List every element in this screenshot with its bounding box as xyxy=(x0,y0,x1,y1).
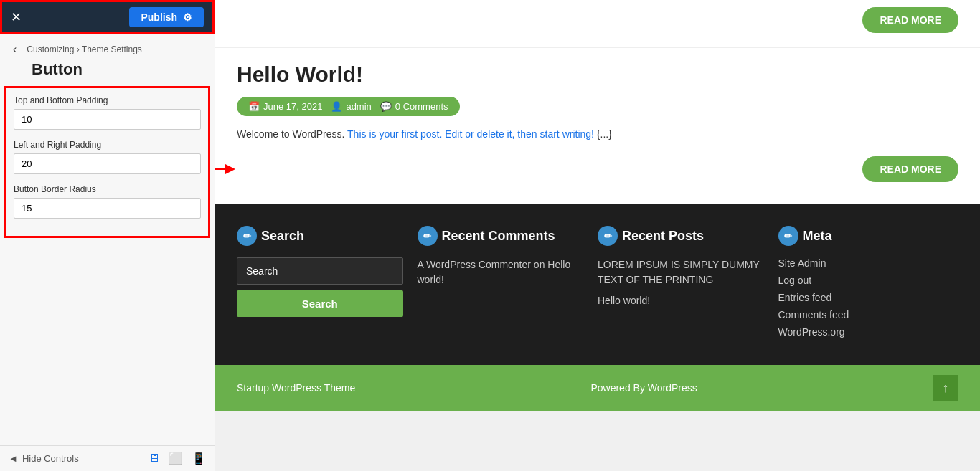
back-to-top-button[interactable]: ↑ xyxy=(933,375,958,401)
footer-search-title: ✏ Search xyxy=(237,226,403,246)
post-excerpt: Welcome to WordPress. This is your first… xyxy=(237,126,958,142)
edit-comments-icon[interactable]: ✏ xyxy=(418,226,438,246)
hide-controls-icon: ◄ xyxy=(9,453,18,464)
footer-meta-col: ✏ Meta Site Admin Log out Entries feed C… xyxy=(778,226,959,343)
device-icons: 🖥 ⬜ 📱 xyxy=(149,452,206,465)
post-link[interactable]: This is your first post. Edit or delete … xyxy=(347,128,594,140)
footer-meta-title: ✏ Meta xyxy=(778,226,945,246)
tablet-icon[interactable]: ⬜ xyxy=(169,452,183,465)
post-card: Hello World! 📅 June 17, 2021 👤 admin 💬 0… xyxy=(215,48,980,204)
top-bar: ✕ Publish ⚙ xyxy=(0,0,215,34)
footer-search-input[interactable] xyxy=(237,257,403,285)
customizer-panel: ✕ Publish ⚙ ‹ Customizing › Theme Settin… xyxy=(0,0,215,471)
hide-controls-btn[interactable]: ◄ Hide Controls xyxy=(9,453,79,464)
controls-area: Top and Bottom Padding Left and Right Pa… xyxy=(4,86,210,238)
footer-right-text: Powered By WordPress xyxy=(590,382,697,394)
footer-posts-title: ✏ Recent Posts xyxy=(598,226,764,246)
meta-wordpress-org[interactable]: WordPress.org xyxy=(778,326,945,338)
post-title: Hello World! xyxy=(237,62,958,87)
right-content: READ MORE Hello World! 📅 June 17, 2021 👤… xyxy=(215,0,980,471)
nav-bar: ‹ Customizing › Theme Settings xyxy=(0,34,215,60)
meta-entries-feed[interactable]: Entries feed xyxy=(778,292,945,303)
bottom-bar: ◄ Hide Controls 🖥 ⬜ 📱 xyxy=(0,445,215,471)
footer-post-entry-1: LOREM IPSUM IS SIMPLY DUMMY TEXT OF THE … xyxy=(598,257,764,287)
page-title: Button xyxy=(0,60,215,86)
post-author: 👤 admin xyxy=(331,101,371,112)
post-date: 📅 June 17, 2021 xyxy=(248,101,322,112)
publish-button[interactable]: Publish ⚙ xyxy=(129,7,204,27)
border-radius-input[interactable] xyxy=(14,198,201,219)
gear-icon: ⚙ xyxy=(183,11,192,23)
top-bottom-padding-input[interactable] xyxy=(14,109,201,130)
footer-left-text: Startup WordPress Theme xyxy=(237,382,355,394)
footer-post-entry-2: Hello world! xyxy=(598,293,764,308)
left-right-padding-label: Left and Right Padding xyxy=(14,140,201,150)
left-right-padding-group: Left and Right Padding xyxy=(14,140,201,174)
publish-label: Publish xyxy=(141,11,177,23)
border-radius-label: Button Border Radius xyxy=(14,184,201,194)
edit-meta-icon[interactable]: ✏ xyxy=(778,226,798,246)
footer: ✏ Search Search ✏ Recent Comments A Word… xyxy=(215,204,980,365)
footer-comments-title: ✏ Recent Comments xyxy=(418,226,584,246)
meta-site-admin[interactable]: Site Admin xyxy=(778,257,945,269)
back-button[interactable]: ‹ xyxy=(9,42,21,57)
breadcrumb: Customizing › Theme Settings xyxy=(27,44,142,54)
mobile-icon[interactable]: 📱 xyxy=(192,452,206,465)
edit-search-icon[interactable]: ✏ xyxy=(237,226,257,246)
meta-comments-feed[interactable]: Comments feed xyxy=(778,309,945,320)
left-right-padding-input[interactable] xyxy=(14,153,201,174)
read-more-button[interactable]: READ MORE xyxy=(862,156,958,182)
top-bottom-padding-group: Top and Bottom Padding xyxy=(14,95,201,130)
top-post-area: READ MORE xyxy=(215,0,980,48)
post-meta: 📅 June 17, 2021 👤 admin 💬 0 Comments xyxy=(237,97,460,116)
footer-search-button[interactable]: Search xyxy=(237,290,403,317)
footer-bottom: Startup WordPress Theme Powered By WordP… xyxy=(215,365,980,411)
close-button[interactable]: ✕ xyxy=(11,9,22,25)
read-more-top-button[interactable]: READ MORE xyxy=(862,7,958,33)
footer-comment-entry: A WordPress Commenter on Hello world! xyxy=(418,257,584,287)
edit-posts-icon[interactable]: ✏ xyxy=(598,226,618,246)
footer-comments-col: ✏ Recent Comments A WordPress Commenter … xyxy=(418,226,598,343)
post-comments: 💬 0 Comments xyxy=(380,101,448,112)
meta-log-out[interactable]: Log out xyxy=(778,275,945,286)
footer-search-col: ✏ Search Search xyxy=(237,226,418,343)
desktop-icon[interactable]: 🖥 xyxy=(149,452,160,465)
red-arrow xyxy=(215,168,230,170)
border-radius-group: Button Border Radius xyxy=(14,184,201,219)
footer-posts-col: ✏ Recent Posts LOREM IPSUM IS SIMPLY DUM… xyxy=(598,226,778,343)
hide-controls-label: Hide Controls xyxy=(22,453,79,464)
top-bottom-padding-label: Top and Bottom Padding xyxy=(14,95,201,105)
arrow-container: READ MORE xyxy=(237,156,958,182)
